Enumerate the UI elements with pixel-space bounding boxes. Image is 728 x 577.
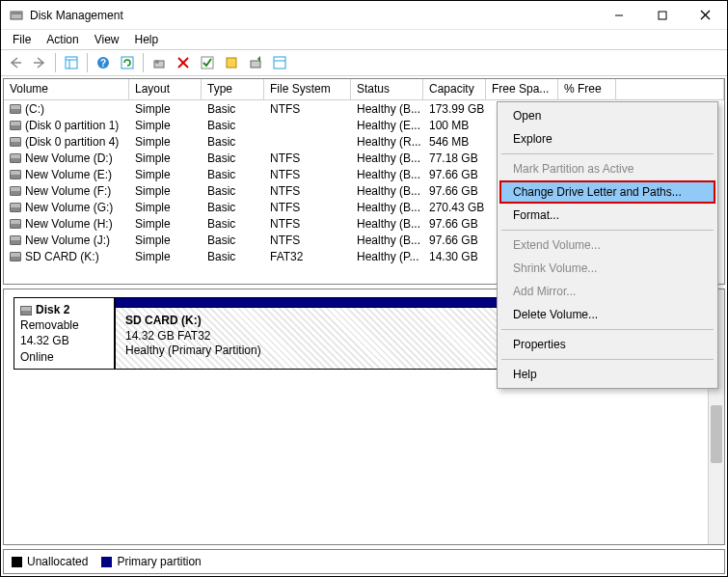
svg-point-13 (155, 60, 159, 64)
disk-management-window: Disk Management File Action View Help ? (0, 0, 728, 577)
volume-icon (10, 219, 21, 229)
ctx-shrink-volume: Shrink Volume... (499, 257, 715, 280)
ctx-help[interactable]: Help (499, 363, 715, 386)
disk-info: Disk 2 Removable 14.32 GB Online (13, 297, 115, 370)
swatch-unallocated (12, 557, 22, 567)
partition-status: Healthy (Primary Partition) (125, 343, 261, 357)
col-type[interactable]: Type (202, 79, 264, 99)
separator (143, 53, 144, 72)
ctx-separator (501, 230, 714, 231)
rescan-button[interactable] (245, 52, 266, 73)
volume-icon (10, 235, 21, 245)
window-controls (597, 1, 727, 29)
show-hide-button[interactable] (61, 52, 82, 73)
menubar: File Action View Help (1, 30, 727, 49)
disk-icon (20, 306, 32, 316)
svg-rect-1 (11, 12, 22, 14)
check-button[interactable] (197, 52, 218, 73)
close-button[interactable] (684, 1, 727, 29)
context-menu: Open Explore Mark Partition as Active Ch… (497, 101, 718, 389)
ctx-format[interactable]: Format... (499, 204, 715, 227)
volume-icon (10, 153, 21, 163)
ctx-separator (501, 153, 714, 154)
volume-icon (10, 104, 21, 114)
disk-size: 14.32 GB (20, 333, 108, 348)
svg-text:?: ? (100, 58, 106, 69)
app-icon (9, 8, 24, 23)
volume-icon (10, 252, 21, 261)
ctx-change-drive-letter[interactable]: Change Drive Letter and Paths... (499, 180, 715, 204)
ctx-separator (501, 359, 714, 360)
col-percent-free[interactable]: % Free (558, 79, 616, 99)
scrollbar-thumb[interactable] (711, 405, 722, 463)
col-layout[interactable]: Layout (129, 79, 202, 99)
legend-unallocated: Unallocated (12, 555, 88, 568)
column-headers: Volume Layout Type File System Status Ca… (4, 79, 724, 100)
svg-rect-19 (274, 57, 285, 69)
ctx-explore[interactable]: Explore (499, 127, 715, 151)
partition-size: 14.32 GB FAT32 (125, 329, 211, 343)
toolbar: ? (1, 49, 727, 76)
ctx-extend-volume: Extend Volume... (499, 234, 715, 257)
menu-file[interactable]: File (5, 31, 39, 48)
separator (55, 53, 56, 72)
menu-view[interactable]: View (87, 31, 127, 48)
settings-button[interactable] (148, 52, 170, 73)
disk-state: Online (20, 349, 108, 365)
help-button[interactable]: ? (93, 52, 114, 73)
legend-primary: Primary partition (101, 555, 201, 568)
svg-rect-11 (121, 57, 133, 69)
menu-action[interactable]: Action (39, 31, 86, 48)
swatch-primary (101, 557, 112, 567)
window-title: Disk Management (30, 9, 597, 22)
volume-icon (10, 121, 21, 130)
col-volume[interactable]: Volume (4, 79, 129, 99)
volume-icon (10, 170, 21, 179)
svg-rect-18 (251, 61, 260, 68)
partition-name: SD CARD (K:) (125, 314, 202, 327)
minimize-button[interactable] (597, 1, 640, 29)
col-capacity[interactable]: Capacity (423, 79, 486, 99)
new-button[interactable] (221, 52, 242, 73)
col-free-space[interactable]: Free Spa... (486, 79, 558, 99)
legend: Unallocated Primary partition (3, 549, 725, 574)
properties-button[interactable] (269, 52, 290, 73)
ctx-delete-volume[interactable]: Delete Volume... (499, 303, 715, 326)
ctx-separator (501, 329, 714, 330)
disk-removable: Removable (20, 317, 108, 333)
ctx-add-mirror: Add Mirror... (499, 280, 715, 303)
refresh-button[interactable] (117, 52, 138, 73)
svg-rect-3 (659, 12, 666, 19)
back-button[interactable] (5, 52, 26, 73)
menu-help[interactable]: Help (127, 31, 167, 48)
delete-button[interactable] (173, 52, 194, 73)
ctx-mark-active: Mark Partition as Active (499, 157, 715, 180)
col-file-system[interactable]: File System (264, 79, 351, 99)
ctx-properties[interactable]: Properties (499, 333, 715, 356)
volume-icon (10, 203, 21, 212)
col-padding (616, 79, 724, 99)
svg-rect-6 (66, 57, 77, 69)
forward-button[interactable] (29, 52, 50, 73)
col-status[interactable]: Status (351, 79, 423, 99)
ctx-open[interactable]: Open (499, 104, 715, 127)
separator (87, 53, 88, 72)
maximize-button[interactable] (640, 1, 684, 29)
svg-rect-17 (227, 58, 236, 68)
volume-icon (10, 137, 21, 147)
disk-label: Disk 2 (36, 303, 69, 316)
volume-icon (10, 186, 21, 196)
titlebar: Disk Management (1, 1, 727, 30)
